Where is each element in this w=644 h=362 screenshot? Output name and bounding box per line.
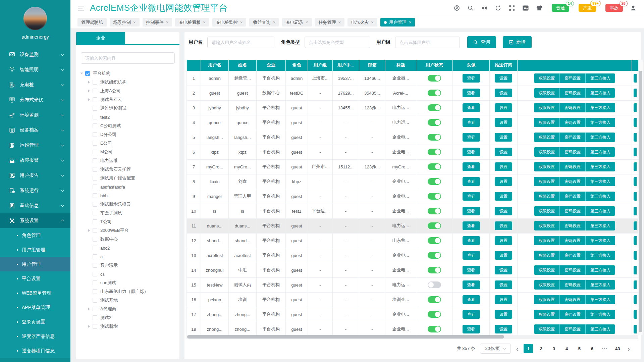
tab[interactable]: 管理驾驶舱 — [77, 18, 107, 27]
page-number[interactable]: 1 — [524, 344, 533, 353]
tree-checkbox[interactable] — [93, 193, 97, 198]
third-party-access-button[interactable]: 第三方接入 — [586, 206, 615, 216]
table-row[interactable]: 3 jybdhy jybdhy 平台机构 guest - 13455... 12… — [187, 100, 639, 115]
close-icon[interactable]: × — [166, 20, 169, 24]
password-settings-button[interactable]: 密码设置 — [560, 133, 586, 142]
tree-node[interactable]: 测试萤石云 — [81, 95, 179, 104]
page-number[interactable]: 2 — [536, 344, 546, 353]
tree-node[interactable]: C公司测试 — [81, 121, 179, 130]
horizontal-scrollbar[interactable] — [186, 335, 638, 339]
tree-node[interactable]: 测试用户报告配置 — [81, 174, 179, 183]
password-settings-button[interactable]: 密码设置 — [560, 236, 586, 245]
third-party-access-button[interactable]: 第三方接入 — [586, 324, 615, 334]
view-avatar-button[interactable]: 查看 — [463, 310, 480, 319]
tree-checkbox[interactable] — [93, 254, 97, 259]
tree-checkbox[interactable] — [93, 211, 97, 215]
translate-icon[interactable]: A文 — [522, 5, 529, 11]
tree-node[interactable]: 车盒子测试 — [81, 209, 179, 217]
tree-node[interactable]: sun测试 — [81, 278, 179, 287]
sidebar-item[interactable]: 运维管理 — [0, 138, 70, 153]
tree-checkbox[interactable] — [93, 324, 97, 329]
permission-settings-button[interactable]: 权限设置 — [534, 280, 560, 290]
password-settings-button[interactable]: 密码设置 — [560, 88, 586, 98]
fullscreen-icon[interactable] — [508, 5, 515, 11]
third-party-access-button[interactable]: 第三方接入 — [586, 295, 615, 304]
page-ellipsis[interactable]: ••• — [600, 344, 609, 353]
push-subscribe-button[interactable]: 设置 — [495, 148, 512, 156]
page-number[interactable]: 4 — [562, 344, 571, 353]
close-icon[interactable]: × — [409, 20, 412, 24]
tree-node[interactable]: 测试萤石云托管 — [81, 165, 179, 174]
push-subscribe-button[interactable]: 设置 — [495, 310, 512, 319]
tree-node[interactable]: 客户演示 — [81, 261, 179, 270]
expand-arrow-icon[interactable] — [88, 90, 90, 92]
view-avatar-button[interactable]: 查看 — [463, 74, 480, 83]
tree-checkbox[interactable] — [93, 185, 97, 189]
sidebar-item[interactable]: 设备监测 — [0, 47, 70, 62]
tree-node[interactable]: 测试基地 — [81, 296, 179, 305]
view-avatar-button[interactable]: 查看 — [463, 295, 480, 304]
push-subscribe-button[interactable]: 设置 — [495, 133, 512, 142]
sidebar-item[interactable]: 智能照明 — [0, 62, 70, 77]
user-icon[interactable] — [630, 5, 637, 11]
tree-checkbox[interactable] — [93, 141, 97, 146]
sidebar-item[interactable]: 系统设置 — [0, 213, 70, 228]
tree-checkbox[interactable] — [93, 123, 97, 128]
tab[interactable]: 收益查询 × — [249, 18, 279, 27]
table-row[interactable]: 18 zhong... zhong... 平台机构 guest - - - 企业… — [187, 322, 639, 335]
sidebar-subitem[interactable]: 用户组管理 — [0, 243, 70, 257]
tree-checkbox[interactable] — [93, 289, 97, 294]
tree-checkbox[interactable] — [93, 298, 97, 303]
password-settings-button[interactable]: 密码设置 — [560, 221, 586, 230]
tree-checkbox[interactable] — [93, 150, 97, 154]
volume-icon[interactable] — [481, 5, 488, 11]
third-party-access-button[interactable]: 第三方接入 — [586, 133, 615, 142]
password-settings-button[interactable]: 密码设置 — [560, 251, 586, 260]
user-status-toggle[interactable] — [428, 326, 441, 332]
tree-node[interactable]: test2 — [81, 113, 179, 121]
table-row[interactable]: 15 testNew 测试人丙 平台机构 guest - - - 电力运... … — [187, 277, 639, 292]
third-party-access-button[interactable]: 第三方接入 — [586, 147, 615, 157]
page-number[interactable]: 6 — [587, 344, 597, 353]
user-status-toggle[interactable] — [428, 267, 441, 273]
tree-node[interactable]: a — [81, 252, 179, 261]
sidebar-item[interactable]: 充电桩 — [0, 77, 70, 92]
expand-arrow-icon[interactable] — [88, 308, 90, 310]
sidebar-item[interactable]: 基础信息 — [0, 198, 70, 213]
push-subscribe-button[interactable]: 设置 — [495, 118, 512, 127]
third-party-access-button[interactable]: 第三方接入 — [586, 236, 615, 245]
user-status-toggle[interactable] — [428, 193, 441, 200]
permission-settings-button[interactable]: 权限设置 — [534, 73, 560, 83]
tree-search-input[interactable] — [81, 52, 175, 64]
view-avatar-button[interactable]: 查看 — [463, 177, 480, 186]
table-row[interactable]: 5 langsh... langsh... 平台机构 guest - - - 企… — [187, 130, 639, 145]
tree-node[interactable]: bbb — [81, 191, 179, 200]
table-row[interactable]: 11 duans... duans... 平台机构 guest - - - 电力… — [187, 218, 639, 233]
permission-settings-button[interactable]: 权限设置 — [534, 88, 560, 98]
user-status-toggle[interactable] — [428, 134, 441, 141]
sidebar-subitem[interactable]: 登录页设置 — [0, 315, 70, 329]
user-status-toggle[interactable] — [428, 149, 441, 155]
tab[interactable]: 控制事件 × — [143, 18, 172, 27]
tree-checkbox[interactable] — [93, 132, 97, 137]
view-avatar-button[interactable]: 查看 — [463, 148, 480, 156]
view-avatar-button[interactable]: 查看 — [463, 103, 480, 112]
tree-checkbox[interactable] — [93, 158, 97, 163]
table-row[interactable]: 4 qunce qunce 平台机构 guest - - - 电力运... 查看… — [187, 115, 639, 130]
push-subscribe-button[interactable]: 设置 — [495, 251, 512, 260]
push-subscribe-button[interactable]: 设置 — [495, 103, 512, 112]
user-status-toggle[interactable] — [428, 252, 441, 259]
view-avatar-button[interactable]: 查看 — [463, 280, 480, 289]
push-subscribe-button[interactable]: 设置 — [495, 280, 512, 289]
password-settings-button[interactable]: 密码设置 — [560, 73, 586, 83]
password-settings-button[interactable]: 密码设置 — [560, 192, 586, 201]
tree-checkbox[interactable] — [93, 307, 97, 311]
table-row[interactable]: 12 shand... shand... 平台机构 guest - - - 山东… — [187, 233, 639, 248]
tab[interactable]: 用户管理 × — [380, 18, 415, 27]
tree-node[interactable]: asdfasfasdfa — [81, 183, 179, 191]
tree-checkbox[interactable] — [93, 97, 97, 102]
push-subscribe-button[interactable]: 设置 — [495, 89, 512, 97]
sidebar-subitem[interactable]: WEB菜单管理 — [0, 286, 70, 300]
sidebar-subitem[interactable]: 平台设置 — [0, 271, 70, 286]
close-icon[interactable]: × — [338, 20, 341, 24]
